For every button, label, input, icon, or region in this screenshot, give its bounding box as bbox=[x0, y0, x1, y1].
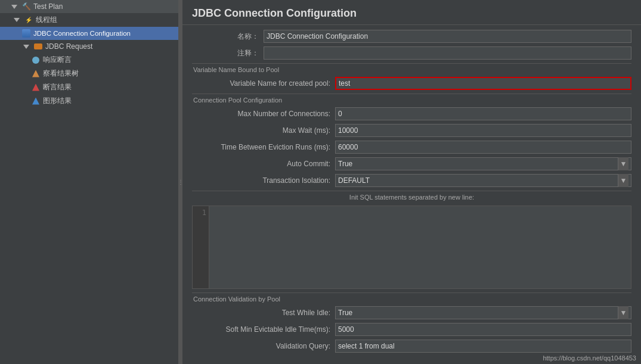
tree-label-thread-group: 线程组 bbox=[36, 15, 57, 25]
max-connections-label: Max Number of Connections: bbox=[192, 110, 335, 118]
test-while-idle-select[interactable]: True ▼ bbox=[335, 306, 631, 319]
auto-commit-dropdown-arrow[interactable]: ▼ bbox=[618, 157, 628, 170]
tree-label-graph-results: 图形结果 bbox=[43, 96, 72, 106]
auto-commit-select[interactable]: True ▼ bbox=[335, 157, 631, 170]
auto-commit-row: Auto Commit: True ▼ bbox=[192, 157, 631, 170]
name-row: 名称： bbox=[192, 30, 631, 43]
left-panel: 🔨 Test Plan ⚡ 线程组 JDBC Connection Config… bbox=[0, 0, 179, 364]
tree-item-view-results[interactable]: 察看结果树 bbox=[0, 67, 178, 80]
plan-icon: 🔨 bbox=[21, 2, 31, 11]
request-icon bbox=[33, 42, 43, 51]
page-title: JDBC Connection Configuration bbox=[182, 0, 641, 25]
eviction-row: Time Between Eviction Runs (ms): bbox=[192, 141, 631, 154]
resp-icon bbox=[31, 55, 41, 65]
tree-label-view-results: 察看结果树 bbox=[43, 69, 79, 79]
transaction-row: Transaction Isolation: DEFAULT ▼ bbox=[192, 174, 631, 187]
max-connections-input[interactable] bbox=[335, 107, 631, 120]
sql-textarea[interactable] bbox=[209, 206, 631, 289]
validation-query-row: Validation Query: bbox=[192, 340, 631, 353]
name-label: 名称： bbox=[192, 32, 264, 42]
name-input[interactable] bbox=[264, 30, 631, 43]
graph-icon bbox=[31, 97, 41, 106]
pool-input[interactable] bbox=[335, 77, 631, 90]
transaction-select[interactable]: DEFAULT ▼ bbox=[335, 174, 631, 187]
right-panel: JDBC Connection Configuration 名称： 注释： Va… bbox=[182, 0, 641, 364]
transaction-dropdown-arrow[interactable]: ▼ bbox=[618, 174, 628, 187]
thread-icon: ⚡ bbox=[24, 15, 33, 25]
tree-item-assert-results[interactable]: 断言结果 bbox=[0, 80, 178, 94]
max-connections-row: Max Number of Connections: bbox=[192, 107, 631, 120]
tree-label-test-plan: Test Plan bbox=[33, 2, 63, 11]
pool-label: Variable Name for created pool: bbox=[192, 79, 335, 88]
auto-commit-label: Auto Commit: bbox=[192, 160, 335, 168]
soft-min-input[interactable] bbox=[335, 323, 631, 336]
line-numbers: 1 bbox=[192, 206, 209, 289]
validation-query-input[interactable] bbox=[335, 340, 631, 353]
form-area: 名称： 注释： Variable Name Bound to Pool Vari… bbox=[182, 25, 641, 364]
tree-label-assert-results: 断言结果 bbox=[43, 82, 72, 92]
comment-row: 注释： bbox=[192, 46, 631, 60]
section-pool-header: Connection Pool Configuration bbox=[192, 94, 631, 105]
jdbc-connection-icon bbox=[21, 29, 31, 38]
assert-icon bbox=[31, 83, 41, 92]
comment-input[interactable] bbox=[264, 46, 631, 60]
pool-row: Variable Name for created pool: bbox=[192, 77, 631, 90]
eviction-input[interactable] bbox=[335, 141, 631, 154]
init-sql-label: Init SQL statements separated by new lin… bbox=[192, 191, 631, 203]
tree-item-graph-results[interactable]: 图形结果 bbox=[0, 94, 178, 108]
expand-icon-test-plan bbox=[10, 2, 19, 11]
tree-item-jdbc-connection[interactable]: JDBC Connection Configuration bbox=[0, 27, 178, 40]
max-wait-input[interactable] bbox=[335, 124, 631, 137]
soft-min-label: Soft Min Evictable Idle Time(ms): bbox=[192, 325, 335, 334]
section-variable-header: Variable Name Bound to Pool bbox=[192, 63, 631, 74]
transaction-label: Transaction Isolation: bbox=[192, 176, 335, 185]
expand-icon-jdbc-request bbox=[21, 42, 31, 51]
tree-item-response-assert[interactable]: 响应断言 bbox=[0, 53, 178, 67]
tree-item-thread-group[interactable]: ⚡ 线程组 bbox=[0, 13, 178, 27]
validation-query-label: Validation Query: bbox=[192, 342, 335, 350]
observe-icon bbox=[31, 69, 41, 79]
watermark: https://blog.csdn.net/qq1048453 bbox=[543, 354, 636, 362]
tree-item-jdbc-request[interactable]: JDBC Request bbox=[0, 40, 178, 53]
test-while-idle-dropdown-arrow[interactable]: ▼ bbox=[618, 306, 628, 319]
tree-label-jdbc-request: JDBC Request bbox=[45, 42, 92, 51]
tree-item-test-plan[interactable]: 🔨 Test Plan bbox=[0, 0, 178, 13]
soft-min-row: Soft Min Evictable Idle Time(ms): bbox=[192, 323, 631, 336]
test-while-idle-row: Test While Idle: True ▼ bbox=[192, 306, 631, 319]
auto-commit-value: True bbox=[338, 160, 352, 168]
tree-label-jdbc-connection: JDBC Connection Configuration bbox=[33, 30, 131, 37]
test-while-idle-label: Test While Idle: bbox=[192, 309, 335, 317]
eviction-label: Time Between Eviction Runs (ms): bbox=[192, 143, 335, 151]
sql-textarea-row: 1 bbox=[192, 206, 631, 289]
test-while-idle-value: True bbox=[338, 309, 352, 317]
comment-label: 注释： bbox=[192, 48, 264, 58]
transaction-value: DEFAULT bbox=[338, 176, 370, 185]
max-wait-row: Max Wait (ms): bbox=[192, 124, 631, 137]
section-validation-header: Connection Validation by Pool bbox=[192, 293, 631, 304]
tree-label-response-assert: 响应断言 bbox=[43, 55, 72, 65]
expand-icon-thread-group bbox=[12, 15, 21, 25]
max-wait-label: Max Wait (ms): bbox=[192, 126, 335, 135]
